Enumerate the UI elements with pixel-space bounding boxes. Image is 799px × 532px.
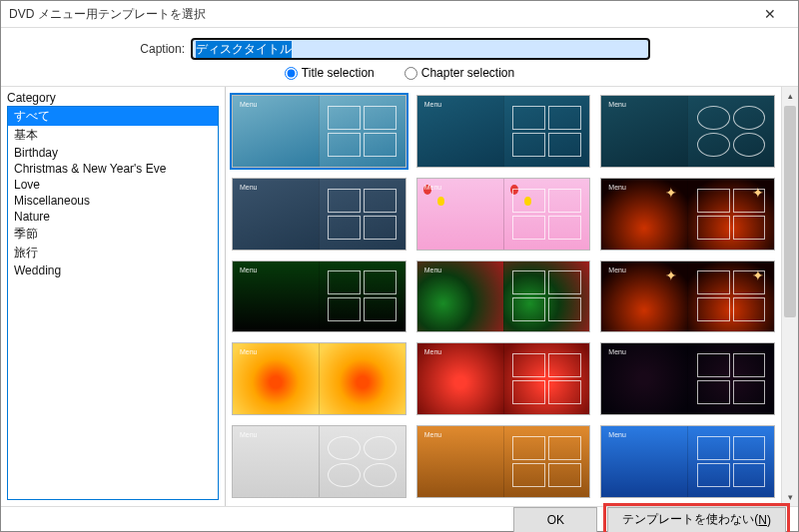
template-thumb[interactable]: Menu: [600, 342, 775, 415]
no-template-accelerator: N: [758, 513, 767, 527]
ok-button[interactable]: OK: [513, 507, 597, 532]
dialog-footer: OK テンプレートを使わない(N): [1, 506, 798, 532]
caption-row: Caption:: [1, 28, 798, 66]
template-thumb[interactable]: Menu: [232, 342, 406, 415]
template-thumb[interactable]: Menu: [416, 178, 591, 251]
template-grid: MenuMenuMenuMenuMenuMenuMenuMenuMenuMenu…: [232, 95, 775, 498]
category-item[interactable]: Wedding: [8, 263, 218, 278]
template-thumb[interactable]: Menu: [416, 261, 591, 333]
category-item[interactable]: Love: [8, 177, 218, 193]
template-thumb[interactable]: Menu: [416, 425, 591, 498]
radio-title-selection-input[interactable]: [285, 67, 298, 80]
template-thumb[interactable]: Menu: [232, 425, 406, 498]
no-template-button[interactable]: テンプレートを使わない(N): [607, 507, 786, 532]
mode-radio-group: Title selection Chapter selection: [1, 66, 798, 86]
radio-chapter-selection-input[interactable]: [404, 67, 417, 80]
template-thumb[interactable]: Menu: [232, 261, 406, 333]
scroll-thumb[interactable]: [784, 106, 796, 317]
category-heading: Category: [1, 91, 225, 106]
radio-title-selection[interactable]: Title selection: [285, 66, 375, 80]
radio-title-selection-label: Title selection: [302, 66, 375, 80]
dialog-body: Caption: Title selection Chapter selecti…: [1, 28, 798, 506]
template-thumb[interactable]: Menu: [600, 178, 775, 251]
category-item[interactable]: 基本: [8, 126, 218, 145]
category-item[interactable]: 旅行: [8, 244, 218, 263]
titlebar: DVD メニュー用テンプレートを選択 ✕: [1, 1, 798, 28]
template-thumb[interactable]: Menu: [600, 425, 775, 498]
template-thumb[interactable]: Menu: [232, 178, 406, 251]
scroll-track[interactable]: [782, 104, 798, 489]
template-thumb[interactable]: Menu: [232, 95, 406, 168]
scroll-up-icon[interactable]: ▴: [782, 87, 798, 104]
category-item[interactable]: すべて: [8, 107, 218, 126]
category-item[interactable]: Christmas & New Year's Eve: [8, 161, 218, 177]
category-sidebar: Category すべて基本BirthdayChristmas & New Ye…: [1, 87, 226, 506]
no-template-label-post: ): [767, 513, 771, 527]
category-item[interactable]: Birthday: [8, 145, 218, 161]
template-thumb[interactable]: Menu: [416, 342, 591, 415]
scroll-down-icon[interactable]: ▾: [782, 489, 798, 506]
template-thumb[interactable]: Menu: [600, 95, 775, 168]
template-scroll[interactable]: MenuMenuMenuMenuMenuMenuMenuMenuMenuMenu…: [226, 87, 781, 506]
radio-chapter-selection[interactable]: Chapter selection: [404, 66, 514, 80]
category-item[interactable]: 季節: [8, 225, 218, 244]
content-area: Category すべて基本BirthdayChristmas & New Ye…: [1, 86, 798, 506]
caption-label: Caption:: [21, 42, 191, 56]
window-title: DVD メニュー用テンプレートを選択: [9, 6, 750, 23]
template-select-dialog: DVD メニュー用テンプレートを選択 ✕ Caption: Title sele…: [0, 0, 799, 532]
category-list[interactable]: すべて基本BirthdayChristmas & New Year's EveL…: [7, 106, 219, 500]
radio-chapter-selection-label: Chapter selection: [421, 66, 514, 80]
vertical-scrollbar[interactable]: ▴ ▾: [781, 87, 798, 506]
no-template-label-pre: テンプレートを使わない(: [622, 511, 758, 528]
category-item[interactable]: Nature: [8, 209, 218, 225]
category-item[interactable]: Miscellaneous: [8, 193, 218, 209]
template-thumb[interactable]: Menu: [416, 95, 591, 168]
close-icon[interactable]: ✕: [750, 1, 790, 27]
template-area: MenuMenuMenuMenuMenuMenuMenuMenuMenuMenu…: [226, 87, 798, 506]
caption-input[interactable]: [191, 38, 650, 60]
template-thumb[interactable]: Menu: [600, 261, 775, 333]
